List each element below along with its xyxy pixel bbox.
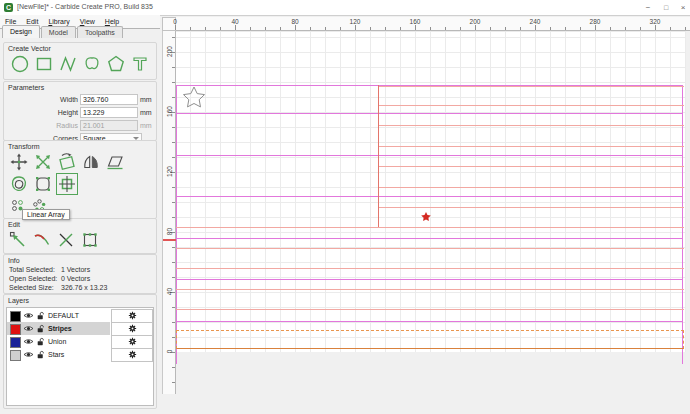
magenta-stripe-line[interactable] [176, 196, 682, 197]
curve-edit-tool[interactable] [32, 230, 52, 250]
polygon-tool[interactable] [106, 54, 126, 74]
ruler-tick [172, 337, 175, 338]
layer-row-union[interactable]: Union [7, 335, 153, 348]
full-stripe-line[interactable] [176, 309, 684, 310]
magenta-stripe-line[interactable] [176, 321, 682, 322]
ruler-tick [370, 27, 371, 30]
layer-gear-button[interactable] [111, 322, 153, 336]
short-stripe-line[interactable] [378, 146, 684, 147]
radius-input [80, 120, 138, 131]
ruler-tick [655, 25, 656, 30]
short-stripe-line[interactable] [378, 86, 684, 87]
curve-tool[interactable] [82, 54, 102, 74]
eye-icon[interactable] [23, 324, 34, 333]
short-stripe-line[interactable] [378, 166, 684, 167]
maximize-button[interactable]: □ [659, 2, 673, 13]
polyline-tool[interactable] [58, 54, 78, 74]
shear-tool[interactable] [105, 152, 125, 172]
selection-box[interactable] [176, 330, 684, 349]
full-stripe-line[interactable] [176, 248, 684, 249]
layer-color-swatch[interactable] [10, 324, 21, 335]
unlock-icon[interactable] [35, 337, 46, 346]
magenta-stripe-line[interactable] [176, 155, 682, 156]
short-stripe-line[interactable] [378, 105, 684, 106]
flag-right-edge[interactable] [682, 85, 683, 364]
full-stripe-line[interactable] [176, 227, 684, 228]
mini-star-red[interactable] [421, 212, 431, 222]
tab-design[interactable]: Design [2, 25, 40, 38]
rectangle-tool[interactable] [34, 54, 54, 74]
close-button[interactable]: × [676, 2, 690, 13]
union-right-edge[interactable] [378, 85, 379, 227]
short-stripe-line[interactable] [378, 207, 684, 208]
mirror-tool[interactable] [81, 152, 101, 172]
app-window: C [NewFile]* - Carbide Create PRO, Build… [0, 0, 690, 414]
circle-tool[interactable] [10, 54, 30, 74]
short-stripe-line[interactable] [378, 187, 684, 188]
rotate-tool[interactable] [57, 152, 77, 172]
layer-color-swatch[interactable] [10, 311, 21, 322]
layer-row-stripes[interactable]: Stripes [7, 322, 153, 335]
ruler-tick [172, 247, 175, 248]
short-stripe-line[interactable] [378, 125, 684, 126]
eye-icon[interactable] [23, 311, 34, 320]
ruler-tick [430, 27, 431, 30]
ruler-label: 200 [465, 18, 485, 25]
layer-gear-button[interactable] [111, 309, 153, 323]
layer-list: DEFAULTStripesUnionStars [6, 307, 154, 406]
move-tool[interactable] [9, 152, 29, 172]
ruler-tick [445, 27, 446, 30]
magenta-stripe-line[interactable] [176, 279, 682, 280]
align-tool[interactable] [57, 174, 77, 194]
height-input[interactable] [80, 107, 138, 118]
design-canvas[interactable]: 04080120160200240280320 20016012080400 [160, 15, 690, 414]
tab-toolpaths[interactable]: Toolpaths [77, 26, 123, 38]
node-edit-tool[interactable] [80, 230, 100, 250]
full-stripe-line[interactable] [176, 289, 684, 290]
eye-icon[interactable] [23, 337, 34, 346]
layer-name: DEFAULT [48, 312, 79, 319]
ruler-tick [385, 27, 386, 30]
flag-star-outline[interactable] [182, 86, 206, 110]
ruler-tick [550, 27, 551, 30]
ruler-tick [172, 262, 175, 263]
layer-gear-button[interactable] [111, 335, 153, 349]
eye-icon[interactable] [23, 350, 34, 359]
ruler-selection-marker [163, 239, 177, 241]
ruler-tick [265, 27, 266, 30]
ruler-tick [415, 25, 416, 30]
info-label: Selected Size: [9, 284, 61, 291]
ruler-tick [325, 27, 326, 30]
edit-title: Edit [8, 221, 20, 228]
unlock-icon[interactable] [35, 311, 46, 320]
ruler-tick [295, 25, 296, 30]
ruler-tick [460, 27, 461, 30]
layer-gear-button[interactable] [111, 348, 153, 362]
scale-tool[interactable] [33, 152, 53, 172]
width-input[interactable] [80, 94, 138, 105]
round-corner-tool[interactable] [33, 174, 53, 194]
window-title: [NewFile]* - Carbide Create PRO, Build 8… [17, 3, 153, 10]
ruler-label: 40 [225, 18, 245, 25]
ruler-tick [190, 27, 191, 30]
layer-row-stars[interactable]: Stars [7, 348, 153, 361]
stock-area[interactable] [176, 31, 686, 352]
layer-color-swatch[interactable] [10, 337, 21, 348]
unlock-icon[interactable] [35, 324, 46, 333]
flag-left-edge[interactable] [176, 85, 177, 364]
minimize-button[interactable]: − [641, 2, 655, 13]
layer-color-swatch[interactable] [10, 350, 21, 361]
offset-tool[interactable] [9, 174, 29, 194]
ruler-tick [685, 27, 686, 30]
tab-model[interactable]: Model [41, 26, 76, 38]
radius-unit: mm [140, 122, 152, 129]
magenta-stripe-line[interactable] [176, 238, 682, 239]
magenta-stripe-line[interactable] [176, 113, 682, 114]
select-tool[interactable] [8, 230, 28, 250]
unlock-icon[interactable] [35, 350, 46, 359]
layer-row-default[interactable]: DEFAULT [7, 309, 153, 322]
trim-tool[interactable] [56, 230, 76, 250]
full-stripe-line[interactable] [176, 268, 684, 269]
ruler-tick [172, 322, 175, 323]
text-tool[interactable] [130, 54, 150, 74]
